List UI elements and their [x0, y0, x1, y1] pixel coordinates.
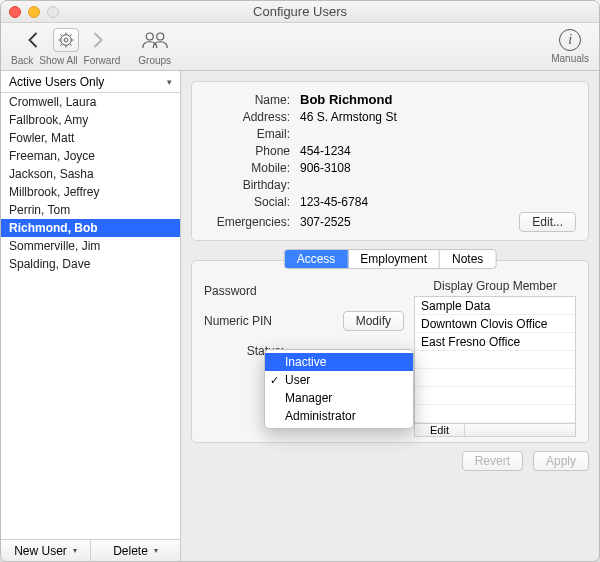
edit-details-button[interactable]: Edit...: [519, 212, 576, 232]
check-icon: ✓: [270, 374, 279, 387]
manuals-button[interactable]: i: [559, 29, 581, 51]
back-label: Back: [11, 55, 33, 66]
group-list-item[interactable]: East Fresno Office: [415, 333, 575, 351]
chevron-down-icon: ▾: [154, 546, 158, 555]
user-list-item[interactable]: Richmond, Bob: [1, 219, 180, 237]
user-list[interactable]: Cromwell, LauraFallbrook, AmyFowler, Mat…: [1, 93, 180, 539]
label-email: Email:: [204, 127, 290, 141]
group-edit-button[interactable]: Edit: [415, 424, 465, 436]
revert-button[interactable]: Revert: [462, 451, 523, 471]
groups-button[interactable]: [141, 27, 169, 53]
user-list-item[interactable]: Perrin, Tom: [1, 201, 180, 219]
showall-label: Show All: [39, 55, 77, 66]
delete-label: Delete: [113, 544, 148, 558]
svg-point-3: [156, 33, 163, 40]
tab-bar: AccessEmploymentNotes: [284, 249, 497, 269]
chevron-down-icon: ▾: [73, 546, 77, 555]
svg-point-1: [64, 38, 68, 42]
manuals-label: Manuals: [551, 53, 589, 64]
user-list-item[interactable]: Millbrook, Jeffrey: [1, 183, 180, 201]
new-user-button[interactable]: New User ▾: [1, 540, 91, 561]
value-name: Bob Richmond: [300, 92, 509, 107]
user-list-item[interactable]: Spalding, Dave: [1, 255, 180, 273]
group-list-item: [415, 351, 575, 369]
group-member-list[interactable]: Sample DataDowntown Clovis OfficeEast Fr…: [414, 296, 576, 424]
back-button[interactable]: [25, 29, 43, 51]
group-list-item: [415, 387, 575, 405]
pin-label: Numeric PIN: [204, 314, 290, 328]
label-address: Address:: [204, 110, 290, 124]
label-name: Name:: [204, 93, 290, 107]
group-list-item: [415, 369, 575, 387]
value-phone: 454-1234: [300, 144, 509, 158]
svg-point-0: [60, 35, 71, 46]
user-list-item[interactable]: Fallbrook, Amy: [1, 111, 180, 129]
label-social: Social:: [204, 195, 290, 209]
new-user-label: New User: [14, 544, 67, 558]
status-option[interactable]: Inactive: [265, 353, 413, 371]
value-emergencies: 307-2525: [300, 215, 509, 229]
label-emergencies: Emergencies:: [204, 215, 290, 229]
label-mobile: Mobile:: [204, 161, 290, 175]
group-list-item[interactable]: Downtown Clovis Office: [415, 315, 575, 333]
status-option[interactable]: Manager: [265, 389, 413, 407]
apply-button[interactable]: Apply: [533, 451, 589, 471]
status-option[interactable]: ✓User: [265, 371, 413, 389]
user-list-item[interactable]: Freeman, Joyce: [1, 147, 180, 165]
forward-button[interactable]: [89, 29, 107, 51]
user-list-item[interactable]: Sommerville, Jim: [1, 237, 180, 255]
password-label: Password: [204, 284, 290, 298]
chevron-down-icon: ▾: [167, 77, 172, 87]
user-list-item[interactable]: Jackson, Sasha: [1, 165, 180, 183]
window-title: Configure Users: [1, 1, 599, 23]
groups-label: Groups: [138, 55, 171, 66]
status-option[interactable]: Administrator: [265, 407, 413, 425]
group-member-title: Display Group Member: [414, 279, 576, 293]
group-list-item: [415, 405, 575, 423]
show-all-button[interactable]: [53, 28, 79, 52]
group-list-item[interactable]: Sample Data: [415, 297, 575, 315]
user-filter-dropdown[interactable]: Active Users Only ▾: [1, 71, 180, 93]
value-social: 123-45-6784: [300, 195, 509, 209]
label-phone: Phone: [204, 144, 290, 158]
svg-point-2: [146, 33, 153, 40]
value-address: 46 S. Armstong St: [300, 110, 509, 124]
tab-access[interactable]: Access: [285, 250, 349, 268]
user-list-item[interactable]: Cromwell, Laura: [1, 93, 180, 111]
delete-user-button[interactable]: Delete ▾: [91, 540, 180, 561]
modify-pin-button[interactable]: Modify: [343, 311, 404, 331]
tab-notes[interactable]: Notes: [440, 250, 495, 268]
status-dropdown-menu[interactable]: Inactive✓UserManagerAdministrator: [264, 349, 414, 429]
user-list-item[interactable]: Fowler, Matt: [1, 129, 180, 147]
forward-label: Forward: [84, 55, 121, 66]
value-mobile: 906-3108: [300, 161, 509, 175]
user-filter-label: Active Users Only: [9, 75, 104, 89]
tab-employment[interactable]: Employment: [348, 250, 440, 268]
label-birthday: Birthday:: [204, 178, 290, 192]
